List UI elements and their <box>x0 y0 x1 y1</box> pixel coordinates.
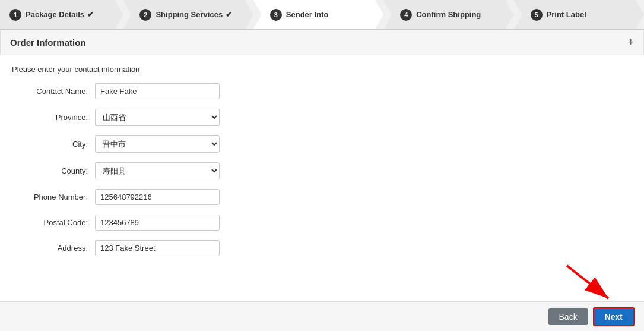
phone-number-row: Phone Number: <box>12 189 632 205</box>
step-num-3: 3 <box>270 9 282 21</box>
phone-number-label: Phone Number: <box>12 193 95 201</box>
step-num-1: 1 <box>9 9 21 21</box>
address-input[interactable] <box>95 240 220 256</box>
county-select[interactable]: 寿阳县 <box>95 162 220 179</box>
step-label-5: Print Label <box>547 10 586 19</box>
city-label: City: <box>12 140 95 149</box>
section-title: Order Information <box>10 37 86 48</box>
stepper: 1 Package Details ✔ 2 Shipping Services … <box>0 0 644 30</box>
postal-code-row: Postal Code: <box>12 215 632 231</box>
contact-name-row: Contact Name: <box>12 83 632 99</box>
step-print-label[interactable]: 5 Print Label <box>514 0 644 29</box>
city-select[interactable]: 晋中市 <box>95 135 220 153</box>
main-content: Order Information + Please enter your co… <box>0 30 644 272</box>
address-label: Address: <box>12 244 95 253</box>
step-label-3: Sender Info <box>286 10 329 19</box>
form-area: Please enter your contact information Co… <box>0 55 644 272</box>
step-label-4: Confirm Shipping <box>416 10 481 19</box>
contact-name-label: Contact Name: <box>12 87 95 96</box>
step-sender-info[interactable]: 3 Sender Info <box>253 0 383 29</box>
address-row: Address: <box>12 240 632 256</box>
county-row: County: 寿阳县 <box>12 162 632 179</box>
section-plus-button[interactable]: + <box>627 36 634 49</box>
step-check-1: ✔ <box>87 10 94 19</box>
back-button[interactable]: Back <box>548 308 588 325</box>
section-header: Order Information + <box>0 30 644 55</box>
step-check-2: ✔ <box>226 10 232 19</box>
postal-code-label: Postal Code: <box>12 218 95 227</box>
step-num-5: 5 <box>531 9 543 21</box>
province-label: Province: <box>12 113 95 122</box>
step-package-details[interactable]: 1 Package Details ✔ <box>0 0 123 29</box>
next-button[interactable]: Next <box>593 307 635 326</box>
contact-name-input[interactable] <box>95 83 220 99</box>
step-num-2: 2 <box>139 9 151 21</box>
step-num-4: 4 <box>400 9 412 21</box>
province-select[interactable]: 山西省 <box>95 109 220 126</box>
step-confirm-shipping[interactable]: 4 Confirm Shipping <box>383 0 513 29</box>
phone-number-input[interactable] <box>95 189 220 205</box>
postal-code-input[interactable] <box>95 215 220 231</box>
step-shipping-services[interactable]: 2 Shipping Services ✔ <box>123 0 253 29</box>
step-label-1: Package Details <box>26 10 84 19</box>
form-intro: Please enter your contact information <box>12 65 632 74</box>
county-label: County: <box>12 166 95 175</box>
footer: Back Next <box>0 301 644 331</box>
step-label-2: Shipping Services <box>156 10 223 19</box>
city-row: City: 晋中市 <box>12 135 632 153</box>
province-row: Province: 山西省 <box>12 109 632 126</box>
